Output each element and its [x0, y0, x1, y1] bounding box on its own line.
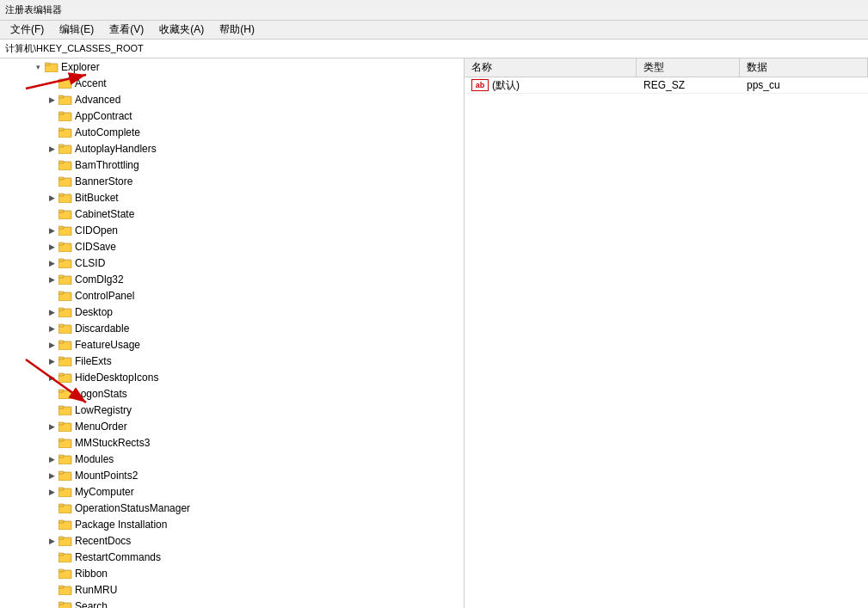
- folder-icon: [58, 322, 72, 335]
- tree-expander[interactable]: [45, 436, 58, 450]
- tree-expander[interactable]: ▶: [45, 256, 58, 270]
- tree-label: CIDSave: [75, 241, 116, 253]
- tree-item[interactable]: ▶ MountPoints2: [0, 467, 464, 483]
- tree-expander[interactable]: [45, 599, 58, 609]
- folder-icon: [58, 290, 72, 302]
- tree-item[interactable]: AutoComplete: [0, 124, 464, 140]
- tree-expander[interactable]: [45, 583, 58, 597]
- menu-view[interactable]: 查看(V): [102, 21, 151, 39]
- tree-item[interactable]: ▶ MyComputer: [0, 483, 464, 500]
- tree-expander[interactable]: ▶: [45, 322, 58, 335]
- tree-item[interactable]: ▶ HideDesktopIcons: [0, 369, 464, 385]
- tree-expander[interactable]: ▶: [45, 93, 58, 107]
- tree-item[interactable]: BamThrottling: [0, 157, 464, 173]
- tree-item[interactable]: ▶ Desktop: [0, 304, 464, 320]
- tree-expander[interactable]: ▶: [45, 469, 58, 482]
- tree-expander[interactable]: ▶: [45, 338, 58, 352]
- tree-item[interactable]: AppContract: [0, 107, 464, 124]
- tree-expander[interactable]: ▶: [45, 273, 58, 286]
- tree-item[interactable]: BannerStore: [0, 173, 464, 189]
- tree-expander[interactable]: [45, 109, 58, 123]
- tree-item[interactable]: ▶ Modules: [0, 451, 464, 467]
- tree-expander[interactable]: ▶: [45, 142, 58, 156]
- tree-expander[interactable]: ▾: [31, 60, 45, 74]
- folder-icon: [58, 143, 72, 155]
- tree-item[interactable]: ▶ RecentDocs: [0, 532, 464, 549]
- tree-item[interactable]: ControlPanel: [0, 287, 464, 304]
- tree-item[interactable]: LowRegistry: [0, 402, 464, 418]
- svg-rect-61: [58, 520, 64, 523]
- tree-expander[interactable]: [45, 207, 58, 221]
- tree-item[interactable]: CabinetState: [0, 206, 464, 222]
- tree-expander[interactable]: [45, 175, 58, 188]
- tree-expander[interactable]: [45, 289, 58, 303]
- folder-icon: [58, 372, 72, 384]
- folder-icon: [58, 257, 72, 269]
- tree-item[interactable]: ▶ FeatureUsage: [0, 336, 464, 353]
- menu-favorites[interactable]: 收藏夹(A): [152, 21, 211, 39]
- tree-expander[interactable]: [45, 501, 58, 515]
- tree-expander[interactable]: ▶: [45, 224, 58, 237]
- tree-item[interactable]: ▶ CIDSave: [0, 238, 464, 255]
- tree-label: Discardable: [75, 322, 129, 335]
- menu-help[interactable]: 帮助(H): [212, 21, 262, 39]
- svg-rect-55: [58, 471, 64, 474]
- folder-icon: [58, 404, 72, 416]
- tree-item[interactable]: ▶ CIDOpen: [0, 222, 464, 238]
- folder-icon: [45, 61, 58, 73]
- tree-expander[interactable]: [45, 567, 58, 580]
- menu-file[interactable]: 文件(F): [3, 21, 51, 39]
- tree-item[interactable]: ▶ AutoplayHandlers: [0, 140, 464, 157]
- folder-icon: [58, 600, 72, 609]
- svg-rect-69: [58, 586, 64, 588]
- tree-expander[interactable]: ▶: [45, 371, 58, 384]
- tree-expander[interactable]: [45, 550, 58, 564]
- tree-expander[interactable]: ▶: [45, 354, 58, 368]
- tree-item[interactable]: OperationStatusManager: [0, 500, 464, 516]
- folder-icon: [58, 77, 72, 89]
- tree-item[interactable]: RunMRU: [0, 581, 464, 598]
- tree-expander[interactable]: [45, 518, 58, 531]
- tree-label: AutoplayHandlers: [75, 143, 157, 155]
- folder-icon: [58, 159, 72, 171]
- tree-expander[interactable]: [45, 158, 58, 172]
- tree-item[interactable]: ▶ CLSID: [0, 255, 464, 271]
- tree-expander[interactable]: ▶: [45, 534, 58, 548]
- tree-item[interactable]: ▶ BitBucket: [0, 189, 464, 206]
- tree-expander[interactable]: ▶: [45, 420, 58, 433]
- tree-item[interactable]: LogonStats: [0, 385, 464, 402]
- svg-rect-67: [58, 569, 64, 572]
- folder-icon: [58, 306, 72, 318]
- tree-panel[interactable]: ▾ Explorer Accent▶ Advanced AppContract …: [0, 58, 465, 608]
- tree-expander[interactable]: ▶: [45, 191, 58, 205]
- tree-item[interactable]: Package Installation: [0, 516, 464, 532]
- tree-expander[interactable]: ▶: [45, 240, 58, 254]
- tree-item[interactable]: RestartCommands: [0, 549, 464, 565]
- tree-item[interactable]: ▶ Discardable: [0, 320, 464, 336]
- tree-label: BitBucket: [75, 192, 119, 204]
- tree-expander[interactable]: [45, 403, 58, 417]
- folder-icon: [58, 208, 72, 220]
- breadcrumb-bar: 计算机\HKEY_CLASSES_ROOT: [0, 40, 868, 58]
- tree-item[interactable]: Search: [0, 598, 464, 608]
- tree-item[interactable]: Accent: [0, 75, 464, 91]
- tree-item[interactable]: ▶ Advanced: [0, 91, 464, 107]
- tree-item[interactable]: ▾ Explorer: [0, 58, 464, 75]
- svg-rect-7: [58, 79, 64, 82]
- tree-expander[interactable]: [45, 126, 58, 139]
- tree-item[interactable]: ▶ MenuOrder: [0, 418, 464, 434]
- tree-expander[interactable]: ▶: [45, 305, 58, 319]
- tree-item[interactable]: ▶ FileExts: [0, 353, 464, 369]
- tree-expander[interactable]: [45, 77, 58, 90]
- tree-item[interactable]: Ribbon: [0, 565, 464, 581]
- tree-expander[interactable]: [45, 387, 58, 401]
- svg-rect-39: [58, 341, 64, 343]
- menu-edit[interactable]: 编辑(E): [52, 21, 101, 39]
- tree-expander[interactable]: ▶: [45, 485, 58, 499]
- table-row[interactable]: ab(默认)REG_SZpps_cu: [465, 77, 868, 94]
- col-header-data: 数据: [740, 58, 868, 77]
- tree-item[interactable]: MMStuckRects3: [0, 434, 464, 451]
- tree-label: CLSID: [75, 257, 105, 269]
- tree-item[interactable]: ▶ ComDlg32: [0, 271, 464, 287]
- tree-expander[interactable]: ▶: [45, 452, 58, 466]
